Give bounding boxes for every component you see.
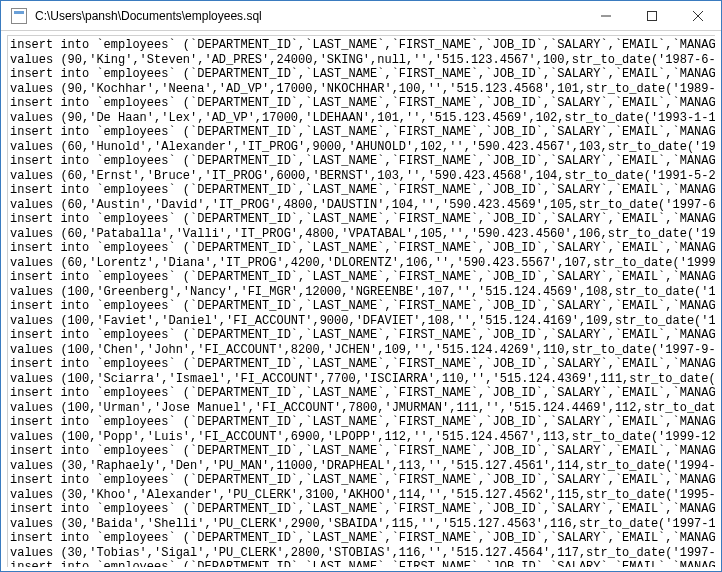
sql-line: values (60,'Lorentz','Diana','IT_PROG',4…	[10, 256, 715, 271]
minimize-icon	[601, 11, 611, 21]
sql-line: insert into `employees` (`DEPARTMENT_ID`…	[10, 270, 715, 285]
sql-line: insert into `employees` (`DEPARTMENT_ID`…	[10, 502, 715, 517]
sql-line: insert into `employees` (`DEPARTMENT_ID`…	[10, 415, 715, 430]
maximize-button[interactable]	[629, 1, 675, 30]
sql-text-area[interactable]: insert into `employees` (`DEPARTMENT_ID`…	[7, 35, 715, 567]
sql-line: insert into `employees` (`DEPARTMENT_ID`…	[10, 328, 715, 343]
sql-line: insert into `employees` (`DEPARTMENT_ID`…	[10, 241, 715, 256]
sql-line: insert into `employees` (`DEPARTMENT_ID`…	[10, 154, 715, 169]
window-title: C:\Users\pansh\Documents\employees.sql	[35, 9, 262, 23]
sql-line: values (30,'Tobias','Sigal','PU_CLERK',2…	[10, 546, 715, 561]
sql-line: insert into `employees` (`DEPARTMENT_ID`…	[10, 560, 715, 567]
minimize-button[interactable]	[583, 1, 629, 30]
sql-line: values (100,'Chen','John','FI_ACCOUNT',8…	[10, 343, 715, 358]
sql-line: insert into `employees` (`DEPARTMENT_ID`…	[10, 67, 715, 82]
sql-line: values (90,'De Haan','Lex','AD_VP',17000…	[10, 111, 715, 126]
sql-line: values (60,'Austin','David','IT_PROG',48…	[10, 198, 715, 213]
sql-line: insert into `employees` (`DEPARTMENT_ID`…	[10, 299, 715, 314]
sql-line: insert into `employees` (`DEPARTMENT_ID`…	[10, 444, 715, 459]
sql-line: insert into `employees` (`DEPARTMENT_ID`…	[10, 357, 715, 372]
sql-line: insert into `employees` (`DEPARTMENT_ID`…	[10, 212, 715, 227]
sql-line: insert into `employees` (`DEPARTMENT_ID`…	[10, 38, 715, 53]
sql-line: values (100,'Greenberg','Nancy','FI_MGR'…	[10, 285, 715, 300]
sql-line: insert into `employees` (`DEPARTMENT_ID`…	[10, 183, 715, 198]
sql-line: values (60,'Ernst','Bruce','IT_PROG',600…	[10, 169, 715, 184]
sql-line: values (100,'Faviet','Daniel','FI_ACCOUN…	[10, 314, 715, 329]
close-button[interactable]	[675, 1, 721, 30]
sql-line: insert into `employees` (`DEPARTMENT_ID`…	[10, 125, 715, 140]
window-titlebar[interactable]: C:\Users\pansh\Documents\employees.sql	[1, 1, 721, 31]
content-area: insert into `employees` (`DEPARTMENT_ID`…	[1, 31, 721, 571]
close-icon	[693, 11, 703, 21]
sql-line: values (60,'Hunold','Alexander','IT_PROG…	[10, 140, 715, 155]
window-controls	[583, 1, 721, 30]
sql-line: values (60,'Pataballa','Valli','IT_PROG'…	[10, 227, 715, 242]
sql-line: insert into `employees` (`DEPARTMENT_ID`…	[10, 96, 715, 111]
sql-line: values (30,'Khoo','Alexander','PU_CLERK'…	[10, 488, 715, 503]
sql-line: values (30,'Raphaely','Den','PU_MAN',110…	[10, 459, 715, 474]
sql-line: values (90,'Kochhar','Neena','AD_VP',170…	[10, 82, 715, 97]
sql-line: insert into `employees` (`DEPARTMENT_ID`…	[10, 473, 715, 488]
sql-line: insert into `employees` (`DEPARTMENT_ID`…	[10, 531, 715, 546]
maximize-icon	[647, 11, 657, 21]
sql-line: insert into `employees` (`DEPARTMENT_ID`…	[10, 386, 715, 401]
sql-line: values (30,'Baida','Shelli','PU_CLERK',2…	[10, 517, 715, 532]
sql-line: values (90,'King','Steven','AD_PRES',240…	[10, 53, 715, 68]
sql-line: values (100,'Sciarra','Ismael','FI_ACCOU…	[10, 372, 715, 387]
app-icon	[11, 8, 27, 24]
sql-line: values (100,'Urman','Jose Manuel','FI_AC…	[10, 401, 715, 416]
sql-line: values (100,'Popp','Luis','FI_ACCOUNT',6…	[10, 430, 715, 445]
svg-rect-1	[648, 11, 657, 20]
